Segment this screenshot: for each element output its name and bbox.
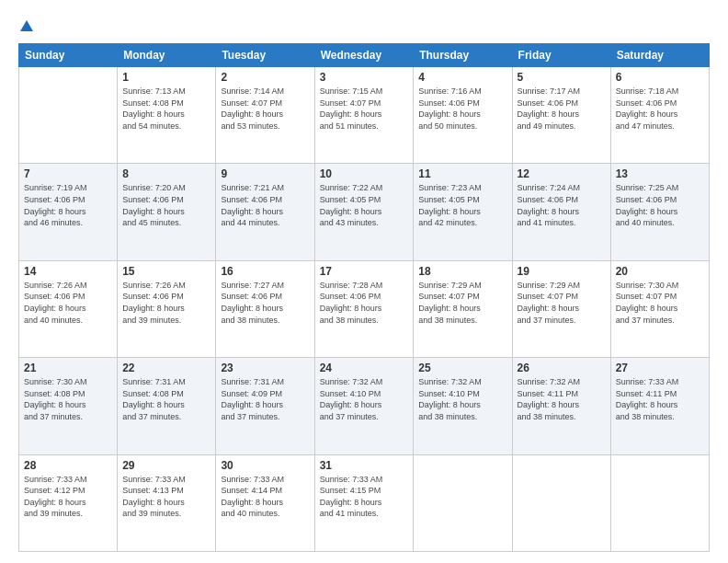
week-row-3: 14Sunrise: 7:26 AM Sunset: 4:06 PM Dayli… <box>19 260 710 357</box>
day-detail: Sunrise: 7:26 AM Sunset: 4:06 PM Dayligh… <box>24 280 112 326</box>
day-detail: Sunrise: 7:31 AM Sunset: 4:09 PM Dayligh… <box>221 376 309 422</box>
day-number: 8 <box>122 167 210 180</box>
day-detail: Sunrise: 7:33 AM Sunset: 4:12 PM Dayligh… <box>24 474 112 520</box>
day-detail: Sunrise: 7:15 AM Sunset: 4:07 PM Dayligh… <box>320 86 409 132</box>
calendar-cell <box>414 454 512 551</box>
day-number: 21 <box>24 362 112 374</box>
day-number: 20 <box>616 265 704 278</box>
calendar-cell: 30Sunrise: 7:33 AM Sunset: 4:14 PM Dayli… <box>216 454 314 551</box>
day-detail: Sunrise: 7:32 AM Sunset: 4:10 PM Dayligh… <box>418 376 506 422</box>
day-number: 9 <box>221 167 309 180</box>
day-number: 23 <box>221 362 309 374</box>
day-number: 27 <box>616 362 704 374</box>
day-detail: Sunrise: 7:32 AM Sunset: 4:10 PM Dayligh… <box>320 376 409 422</box>
calendar-cell: 29Sunrise: 7:33 AM Sunset: 4:13 PM Dayli… <box>118 454 216 551</box>
day-detail: Sunrise: 7:33 AM Sunset: 4:14 PM Dayligh… <box>221 474 309 520</box>
day-detail: Sunrise: 7:31 AM Sunset: 4:08 PM Dayligh… <box>122 376 210 422</box>
day-number: 5 <box>518 71 606 84</box>
calendar-cell: 22Sunrise: 7:31 AM Sunset: 4:08 PM Dayli… <box>118 358 216 454</box>
calendar-cell: 23Sunrise: 7:31 AM Sunset: 4:09 PM Dayli… <box>216 358 314 454</box>
day-detail: Sunrise: 7:26 AM Sunset: 4:06 PM Dayligh… <box>122 280 210 326</box>
day-detail: Sunrise: 7:28 AM Sunset: 4:06 PM Dayligh… <box>320 280 409 326</box>
calendar-cell: 8Sunrise: 7:20 AM Sunset: 4:06 PM Daylig… <box>118 164 216 260</box>
weekday-header-wednesday: Wednesday <box>314 44 414 67</box>
calendar-cell: 31Sunrise: 7:33 AM Sunset: 4:15 PM Dayli… <box>314 454 414 551</box>
calendar-cell: 11Sunrise: 7:23 AM Sunset: 4:05 PM Dayli… <box>414 164 512 260</box>
calendar-cell: 19Sunrise: 7:29 AM Sunset: 4:07 PM Dayli… <box>512 260 610 357</box>
day-detail: Sunrise: 7:17 AM Sunset: 4:06 PM Dayligh… <box>518 86 606 132</box>
day-number: 2 <box>221 71 309 84</box>
calendar-cell: 26Sunrise: 7:32 AM Sunset: 4:11 PM Dayli… <box>512 358 610 454</box>
header <box>18 17 710 34</box>
day-number: 11 <box>418 167 506 180</box>
day-number: 29 <box>122 459 210 472</box>
day-detail: Sunrise: 7:33 AM Sunset: 4:13 PM Dayligh… <box>122 474 210 520</box>
weekday-header-saturday: Saturday <box>610 44 709 67</box>
day-detail: Sunrise: 7:14 AM Sunset: 4:07 PM Dayligh… <box>221 86 309 132</box>
week-row-4: 21Sunrise: 7:30 AM Sunset: 4:08 PM Dayli… <box>19 358 710 454</box>
calendar-cell: 13Sunrise: 7:25 AM Sunset: 4:06 PM Dayli… <box>610 164 709 260</box>
day-number: 28 <box>24 459 112 472</box>
calendar-cell: 25Sunrise: 7:32 AM Sunset: 4:10 PM Dayli… <box>414 358 512 454</box>
calendar-cell: 2Sunrise: 7:14 AM Sunset: 4:07 PM Daylig… <box>216 67 314 164</box>
day-detail: Sunrise: 7:29 AM Sunset: 4:07 PM Dayligh… <box>518 280 606 326</box>
day-detail: Sunrise: 7:33 AM Sunset: 4:11 PM Dayligh… <box>616 376 704 422</box>
calendar-table: SundayMondayTuesdayWednesdayThursdayFrid… <box>18 43 710 552</box>
weekday-header-sunday: Sunday <box>19 44 118 67</box>
svg-marker-0 <box>20 20 33 31</box>
calendar-cell: 27Sunrise: 7:33 AM Sunset: 4:11 PM Dayli… <box>610 358 709 454</box>
day-detail: Sunrise: 7:21 AM Sunset: 4:06 PM Dayligh… <box>221 182 309 228</box>
day-number: 22 <box>122 362 210 374</box>
calendar-cell <box>512 454 610 551</box>
calendar-cell: 21Sunrise: 7:30 AM Sunset: 4:08 PM Dayli… <box>19 358 118 454</box>
day-number: 4 <box>418 71 506 84</box>
calendar-cell: 15Sunrise: 7:26 AM Sunset: 4:06 PM Dayli… <box>118 260 216 357</box>
calendar-cell: 4Sunrise: 7:16 AM Sunset: 4:06 PM Daylig… <box>414 67 512 164</box>
day-number: 24 <box>320 362 409 374</box>
day-detail: Sunrise: 7:30 AM Sunset: 4:07 PM Dayligh… <box>616 280 704 326</box>
day-number: 30 <box>221 459 309 472</box>
day-detail: Sunrise: 7:18 AM Sunset: 4:06 PM Dayligh… <box>616 86 704 132</box>
calendar-page: SundayMondayTuesdayWednesdayThursdayFrid… <box>0 0 728 563</box>
day-number: 17 <box>320 265 409 278</box>
day-detail: Sunrise: 7:24 AM Sunset: 4:06 PM Dayligh… <box>518 182 606 228</box>
logo-general-text <box>18 17 35 36</box>
day-detail: Sunrise: 7:20 AM Sunset: 4:06 PM Dayligh… <box>122 182 210 228</box>
day-number: 1 <box>122 71 210 84</box>
day-detail: Sunrise: 7:29 AM Sunset: 4:07 PM Dayligh… <box>418 280 506 326</box>
day-number: 16 <box>221 265 309 278</box>
calendar-cell: 5Sunrise: 7:17 AM Sunset: 4:06 PM Daylig… <box>512 67 610 164</box>
day-detail: Sunrise: 7:30 AM Sunset: 4:08 PM Dayligh… <box>24 376 112 422</box>
day-number: 18 <box>418 265 506 278</box>
day-number: 25 <box>418 362 506 374</box>
weekday-header-friday: Friday <box>512 44 610 67</box>
calendar-cell: 16Sunrise: 7:27 AM Sunset: 4:06 PM Dayli… <box>216 260 314 357</box>
day-detail: Sunrise: 7:32 AM Sunset: 4:11 PM Dayligh… <box>518 376 606 422</box>
calendar-cell: 9Sunrise: 7:21 AM Sunset: 4:06 PM Daylig… <box>216 164 314 260</box>
calendar-cell: 1Sunrise: 7:13 AM Sunset: 4:08 PM Daylig… <box>118 67 216 164</box>
day-number: 13 <box>616 167 704 180</box>
calendar-cell: 7Sunrise: 7:19 AM Sunset: 4:06 PM Daylig… <box>19 164 118 260</box>
day-number: 14 <box>24 265 112 278</box>
calendar-cell <box>19 67 118 164</box>
calendar-cell: 20Sunrise: 7:30 AM Sunset: 4:07 PM Dayli… <box>610 260 709 357</box>
calendar-cell: 14Sunrise: 7:26 AM Sunset: 4:06 PM Dayli… <box>19 260 118 357</box>
day-number: 7 <box>24 167 112 180</box>
day-detail: Sunrise: 7:22 AM Sunset: 4:05 PM Dayligh… <box>320 182 409 228</box>
week-row-1: 1Sunrise: 7:13 AM Sunset: 4:08 PM Daylig… <box>19 67 710 164</box>
calendar-cell: 10Sunrise: 7:22 AM Sunset: 4:05 PM Dayli… <box>314 164 414 260</box>
day-detail: Sunrise: 7:16 AM Sunset: 4:06 PM Dayligh… <box>418 86 506 132</box>
day-detail: Sunrise: 7:33 AM Sunset: 4:15 PM Dayligh… <box>320 474 409 520</box>
day-detail: Sunrise: 7:27 AM Sunset: 4:06 PM Dayligh… <box>221 280 309 326</box>
calendar-cell: 18Sunrise: 7:29 AM Sunset: 4:07 PM Dayli… <box>414 260 512 357</box>
weekday-header-row: SundayMondayTuesdayWednesdayThursdayFrid… <box>19 44 710 67</box>
week-row-5: 28Sunrise: 7:33 AM Sunset: 4:12 PM Dayli… <box>19 454 710 551</box>
calendar-cell: 17Sunrise: 7:28 AM Sunset: 4:06 PM Dayli… <box>314 260 414 357</box>
logo <box>18 17 35 34</box>
day-detail: Sunrise: 7:13 AM Sunset: 4:08 PM Dayligh… <box>122 86 210 132</box>
calendar-cell: 24Sunrise: 7:32 AM Sunset: 4:10 PM Dayli… <box>314 358 414 454</box>
weekday-header-tuesday: Tuesday <box>216 44 314 67</box>
day-number: 3 <box>320 71 409 84</box>
day-number: 19 <box>518 265 606 278</box>
calendar-cell: 3Sunrise: 7:15 AM Sunset: 4:07 PM Daylig… <box>314 67 414 164</box>
